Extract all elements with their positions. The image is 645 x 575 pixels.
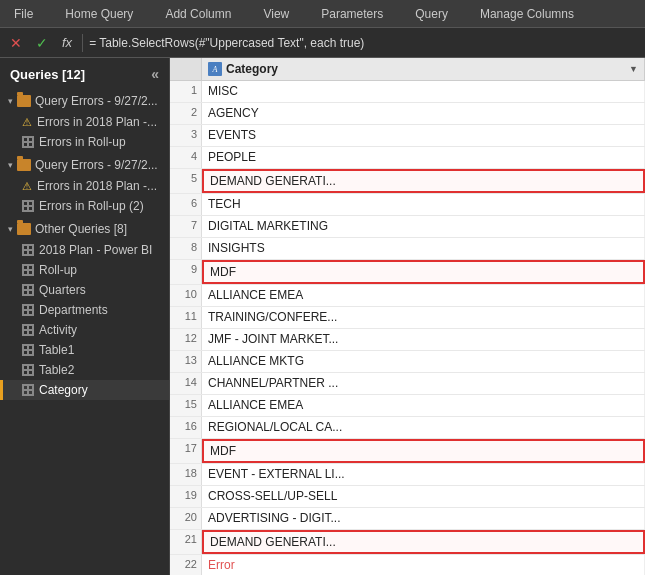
row-cell: REGIONAL/LOCAL CA... — [202, 417, 645, 438]
table-row[interactable]: 10ALLIANCE EMEA — [170, 285, 645, 307]
sidebar-group-1: ▾ Query Errors - 9/27/2... ⚠ Errors in 2… — [0, 90, 169, 152]
row-cell: Error — [202, 555, 645, 575]
row-cell: JMF - JOINT MARKET... — [202, 329, 645, 350]
toolbar-view[interactable]: View — [257, 5, 295, 23]
row-number: 4 — [170, 147, 202, 168]
table-icon-category — [22, 384, 34, 396]
sidebar-item-label-table1: Table1 — [39, 343, 74, 357]
row-cell: PEOPLE — [202, 147, 645, 168]
sidebar-collapse-button[interactable]: « — [151, 66, 159, 82]
column-type-icon: A — [208, 62, 222, 76]
row-cell: INSIGHTS — [202, 238, 645, 259]
sidebar-group-header-2[interactable]: ▾ Query Errors - 9/27/2... — [0, 154, 169, 176]
sidebar-group-header-3[interactable]: ▾ Other Queries [8] — [0, 218, 169, 240]
table-row[interactable]: 20ADVERTISING - DIGIT... — [170, 508, 645, 530]
table-row[interactable]: 17MDF — [170, 439, 645, 464]
sidebar-item-quarters[interactable]: Quarters — [0, 280, 169, 300]
sidebar-item-label-category: Category — [39, 383, 88, 397]
folder-icon-2 — [17, 159, 31, 171]
table-icon-activity — [22, 324, 34, 336]
sidebar-item-powerbi[interactable]: 2018 Plan - Power BI — [0, 240, 169, 260]
table-row[interactable]: 5DEMAND GENERATI... — [170, 169, 645, 194]
table-row[interactable]: 1MISC — [170, 81, 645, 103]
toolbar-manage-columns[interactable]: Manage Columns — [474, 5, 580, 23]
table-icon — [22, 136, 34, 148]
sidebar-group-3: ▾ Other Queries [8] 2018 Plan - Power BI… — [0, 218, 169, 400]
row-number: 1 — [170, 81, 202, 102]
row-cell: ALLIANCE EMEA — [202, 395, 645, 416]
row-cell: DEMAND GENERATI... — [202, 530, 645, 554]
table-row[interactable]: 22Error — [170, 555, 645, 575]
table-row[interactable]: 9MDF — [170, 260, 645, 285]
table-row[interactable]: 14CHANNEL/PARTNER ... — [170, 373, 645, 395]
table-row[interactable]: 6TECH — [170, 194, 645, 216]
table-row[interactable]: 7DIGITAL MARKETING — [170, 216, 645, 238]
row-number: 17 — [170, 439, 202, 463]
table-row[interactable]: 8INSIGHTS — [170, 238, 645, 260]
table-icon-powerbi — [22, 244, 34, 256]
data-panel: A Category ▼ 1MISC2AGENCY3EVENTS4PEOPLE5… — [170, 58, 645, 575]
sidebar-group-label-2: Query Errors - 9/27/2... — [35, 158, 158, 172]
sidebar-group-label-1: Query Errors - 9/27/2... — [35, 94, 158, 108]
main-area: Queries [12] « ▾ Query Errors - 9/27/2..… — [0, 58, 645, 575]
chevron-down-icon-3: ▾ — [8, 224, 13, 234]
sidebar-item-errors-2018-2[interactable]: ⚠ Errors in 2018 Plan -... — [0, 176, 169, 196]
sidebar-item-table1[interactable]: Table1 — [0, 340, 169, 360]
table-icon-quarters — [22, 284, 34, 296]
sidebar-group-header-1[interactable]: ▾ Query Errors - 9/27/2... — [0, 90, 169, 112]
row-number: 19 — [170, 486, 202, 507]
toolbar-file[interactable]: File — [8, 5, 39, 23]
top-toolbar: File Home Query Add Column View Paramete… — [0, 0, 645, 28]
table-row[interactable]: 12JMF - JOINT MARKET... — [170, 329, 645, 351]
row-number: 3 — [170, 125, 202, 146]
sidebar-item-errors-rollup-1[interactable]: Errors in Roll-up — [0, 132, 169, 152]
toolbar-add-column[interactable]: Add Column — [159, 5, 237, 23]
table-row[interactable]: 21DEMAND GENERATI... — [170, 530, 645, 555]
table-row[interactable]: 18EVENT - EXTERNAL LI... — [170, 464, 645, 486]
sidebar-group-2: ▾ Query Errors - 9/27/2... ⚠ Errors in 2… — [0, 154, 169, 216]
sidebar-item-label-quarters: Quarters — [39, 283, 86, 297]
table-header: A Category ▼ — [170, 58, 645, 81]
sidebar-item-category[interactable]: Category — [0, 380, 169, 400]
sidebar-item-departments[interactable]: Departments — [0, 300, 169, 320]
sidebar-item-errors-2018-1[interactable]: ⚠ Errors in 2018 Plan -... — [0, 112, 169, 132]
table-row[interactable]: 16REGIONAL/LOCAL CA... — [170, 417, 645, 439]
table-row[interactable]: 2AGENCY — [170, 103, 645, 125]
row-cell: TRAINING/CONFERE... — [202, 307, 645, 328]
sidebar-item-label-table2: Table2 — [39, 363, 74, 377]
sidebar-title: Queries [12] — [10, 67, 85, 82]
row-number: 6 — [170, 194, 202, 215]
toolbar-parameters[interactable]: Parameters — [315, 5, 389, 23]
toolbar-home-query[interactable]: Home Query — [59, 5, 139, 23]
sidebar-item-errors-rollup-2[interactable]: Errors in Roll-up (2) — [0, 196, 169, 216]
confirm-formula-button[interactable]: ✓ — [32, 36, 52, 50]
table-row[interactable]: 3EVENTS — [170, 125, 645, 147]
row-number: 18 — [170, 464, 202, 485]
column-header-label: Category — [226, 62, 278, 76]
table-row[interactable]: 13ALLIANCE MKTG — [170, 351, 645, 373]
table-body: 1MISC2AGENCY3EVENTS4PEOPLE5DEMAND GENERA… — [170, 81, 645, 575]
row-cell: ALLIANCE MKTG — [202, 351, 645, 372]
sidebar-item-label-errors-rollup-2: Errors in Roll-up (2) — [39, 199, 144, 213]
sidebar-item-activity[interactable]: Activity — [0, 320, 169, 340]
folder-icon-3 — [17, 223, 31, 235]
sidebar-item-table2[interactable]: Table2 — [0, 360, 169, 380]
table-icon-table2 — [22, 364, 34, 376]
row-number: 16 — [170, 417, 202, 438]
sidebar-item-label-powerbi: 2018 Plan - Power BI — [39, 243, 152, 257]
column-dropdown-icon[interactable]: ▼ — [629, 64, 638, 74]
table-row[interactable]: 15ALLIANCE EMEA — [170, 395, 645, 417]
table-row[interactable]: 4PEOPLE — [170, 147, 645, 169]
row-number: 7 — [170, 216, 202, 237]
table-row[interactable]: 19CROSS-SELL/UP-SELL — [170, 486, 645, 508]
row-cell: EVENTS — [202, 125, 645, 146]
sidebar-item-rollup[interactable]: Roll-up — [0, 260, 169, 280]
row-number: 2 — [170, 103, 202, 124]
column-header-category[interactable]: A Category ▼ — [202, 58, 645, 80]
table-row[interactable]: 11TRAINING/CONFERE... — [170, 307, 645, 329]
formula-text[interactable]: = Table.SelectRows(#"Uppercased Text", e… — [89, 36, 639, 50]
cancel-formula-button[interactable]: ✕ — [6, 36, 26, 50]
toolbar-query[interactable]: Query — [409, 5, 454, 23]
row-cell: TECH — [202, 194, 645, 215]
sidebar: Queries [12] « ▾ Query Errors - 9/27/2..… — [0, 58, 170, 575]
